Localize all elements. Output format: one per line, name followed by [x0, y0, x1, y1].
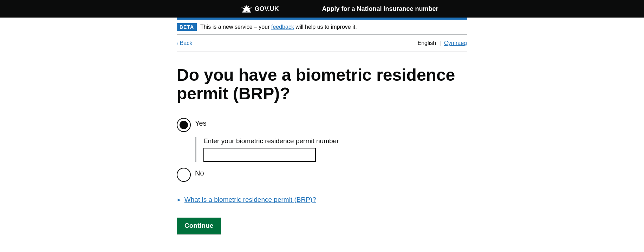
details-triangle-icon: ►	[177, 197, 182, 203]
conditional-reveal-yes: Enter your biometric residence permit nu…	[195, 137, 467, 162]
svg-rect-0	[242, 12, 251, 13]
language-switcher: English | Cymraeg	[418, 40, 467, 46]
radio-yes-label[interactable]: Yes	[195, 117, 207, 127]
radio-yes-input[interactable]	[177, 118, 191, 132]
radio-no-item: No	[177, 167, 467, 182]
page-heading: Do you have a biometric residence permit…	[177, 66, 467, 103]
logo-text: GOV.UK	[255, 5, 279, 13]
language-english: English	[418, 40, 436, 46]
language-cymraeg-link[interactable]: Cymraeg	[444, 40, 467, 46]
back-chevron-icon: ‹	[177, 40, 178, 46]
brp-details[interactable]: ► What is a biometric residence permit (…	[177, 196, 467, 204]
details-summary[interactable]: ► What is a biometric residence permit (…	[177, 196, 467, 204]
brp-number-input[interactable]	[203, 148, 316, 162]
crown-icon	[241, 4, 252, 13]
gov-logo[interactable]: GOV.UK	[241, 4, 279, 13]
brp-details-section: ► What is a biometric residence permit (…	[177, 196, 467, 204]
main-content: Do you have a biometric residence permit…	[177, 52, 467, 252]
beta-tag: BETA	[177, 23, 197, 31]
back-link[interactable]: ‹ Back	[177, 40, 192, 46]
navigation-bar: ‹ Back English | Cymraeg	[177, 35, 467, 52]
site-header: GOV.UK Apply for a National Insurance nu…	[0, 0, 644, 18]
language-separator: |	[439, 40, 441, 46]
radio-no-input[interactable]	[177, 168, 191, 182]
header-title: Apply for a National Insurance number	[322, 5, 438, 13]
brp-radio-group: Yes Enter your biometric residence permi…	[177, 117, 467, 185]
radio-no-label[interactable]: No	[195, 167, 204, 177]
beta-banner: BETA This is a new service – your feedba…	[177, 20, 467, 35]
continue-button[interactable]: Continue	[177, 218, 221, 234]
feedback-link[interactable]: feedback	[271, 24, 294, 30]
radio-yes-item: Yes	[177, 117, 467, 132]
beta-description: This is a new service – your feedback wi…	[200, 24, 357, 30]
brp-number-label: Enter your biometric residence permit nu…	[203, 137, 467, 145]
